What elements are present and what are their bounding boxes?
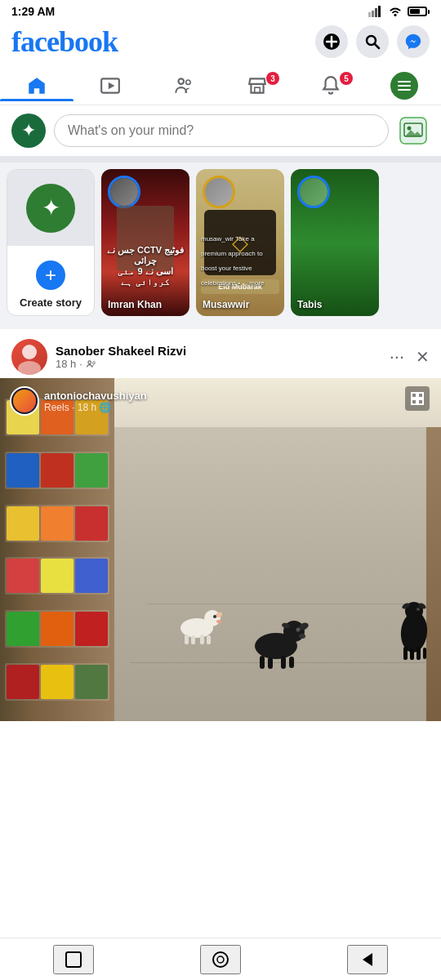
reel-source: Reels: [44, 402, 69, 413]
watch-icon: [100, 75, 121, 96]
post-time: 18 h: [56, 358, 76, 370]
menu-lines: [398, 81, 411, 91]
svg-rect-46: [416, 647, 421, 660]
store-scene: antoniochavushiyan Reels · 18 h 🌐: [0, 378, 441, 721]
svg-point-22: [92, 361, 95, 363]
svg-rect-47: [423, 648, 426, 659]
story-plus-button[interactable]: +: [36, 261, 65, 290]
status-time: 1:29 AM: [11, 5, 55, 18]
ceiling: [114, 378, 441, 427]
svg-rect-36: [281, 656, 286, 669]
tab-marketplace[interactable]: 3: [220, 69, 294, 101]
messenger-button[interactable]: [397, 25, 430, 58]
post-more-options-button[interactable]: ···: [390, 346, 404, 368]
friends-icon: [173, 75, 194, 96]
post-header-left: Sanober Shakeel Rizvi 18 h ·: [11, 339, 186, 375]
nav-back-button[interactable]: [347, 945, 388, 974]
composer-avatar: ✦: [11, 114, 46, 148]
tab-menu[interactable]: [368, 65, 441, 105]
post-meta: Sanober Shakeel Rizvi 18 h ·: [56, 344, 186, 370]
section-separator: [0, 323, 441, 329]
post-close-button[interactable]: ✕: [416, 347, 430, 367]
tab-notifications[interactable]: 5: [294, 69, 368, 101]
product-10: [7, 559, 39, 593]
post-header: Sanober Shakeel Rizvi 18 h · ··· ✕: [0, 329, 441, 378]
svg-point-4: [394, 14, 396, 16]
header-actions: [315, 25, 430, 58]
wifi-icon: [388, 6, 403, 17]
nav-home-button[interactable]: [200, 945, 241, 974]
svg-point-19: [22, 345, 37, 359]
header: facebook: [0, 21, 441, 65]
svg-point-56: [213, 952, 228, 967]
svg-rect-52: [418, 393, 423, 398]
product-4: [7, 453, 39, 488]
tab-home[interactable]: [0, 69, 74, 101]
reel-info: antoniochavushiyan Reels · 18 h 🌐: [44, 390, 147, 413]
story-create-card[interactable]: ✦ + Create story: [7, 169, 95, 316]
reel-time-sep: ·: [72, 402, 78, 413]
expand-icon: [410, 391, 425, 406]
svg-rect-54: [412, 399, 416, 404]
svg-marker-58: [363, 953, 372, 966]
svg-point-17: [408, 127, 412, 131]
marketplace-badge: 3: [266, 72, 279, 85]
svg-rect-2: [375, 8, 377, 17]
svg-point-12: [179, 78, 185, 84]
far-shelf: [426, 427, 441, 721]
tab-friends[interactable]: [147, 69, 220, 101]
svg-marker-11: [109, 82, 115, 90]
post-time-row: 18 h ·: [56, 358, 186, 370]
reel-username: antoniochavushiyan: [44, 390, 147, 402]
svg-point-57: [217, 956, 224, 963]
svg-point-41: [299, 634, 305, 639]
composer-avatar-star: ✦: [21, 120, 36, 141]
post-author-name: Sanober Shakeel Rizvi: [56, 344, 186, 358]
status-bar: 1:29 AM: [0, 0, 441, 21]
notifications-icon: [320, 75, 341, 96]
svg-point-13: [186, 80, 190, 84]
instagram-link-button[interactable]: [405, 386, 430, 411]
svg-rect-27: [200, 635, 204, 644]
tab-watch[interactable]: [74, 69, 147, 101]
musawwir-story-desc: musaw_wir Take a premium approach to boo…: [201, 229, 279, 288]
square-icon: [64, 950, 83, 969]
svg-rect-26: [191, 635, 195, 644]
goat-white: [172, 602, 222, 648]
shelf-row-5: [5, 610, 109, 648]
story-imran-khan[interactable]: جس نے CCTV فوٹیج چرائیاسی نے 9 مئی کروائ…: [101, 169, 189, 316]
product-18: [75, 665, 108, 699]
product-12: [75, 559, 108, 593]
reel-label-row: antoniochavushiyan Reels · 18 h 🌐: [10, 386, 147, 416]
svg-rect-28: [207, 635, 211, 644]
svg-point-20: [18, 361, 41, 375]
avatar-person-icon: [11, 339, 47, 375]
story-musawwir[interactable]: ◇ Eid Mubarak musaw_wir Take a premium a…: [196, 169, 284, 316]
search-button[interactable]: [356, 25, 389, 58]
friends-audience-icon: [86, 359, 97, 370]
whats-on-mind-input[interactable]: [54, 114, 389, 147]
svg-rect-51: [412, 393, 416, 398]
corridor-area: [114, 427, 441, 721]
add-button[interactable]: [315, 25, 348, 58]
post-author-avatar[interactable]: [11, 339, 47, 375]
shelf-row-2: [5, 452, 109, 489]
svg-rect-35: [268, 657, 273, 669]
svg-rect-55: [66, 952, 81, 967]
goat-black-large: [245, 612, 310, 672]
tabis-story-name: Tabis: [297, 296, 322, 311]
circle-icon: [211, 950, 230, 969]
nav-square-button[interactable]: [53, 945, 94, 974]
reel-time: 18 h: [78, 402, 96, 413]
story-tabis[interactable]: Tabis: [291, 169, 379, 316]
home-icon: [26, 75, 47, 96]
product-16: [7, 665, 39, 699]
marketplace-icon: [247, 75, 268, 96]
imran-story-text: جس نے CCTV فوٹیج چرائیاسی نے 9 مئی کروائ…: [106, 245, 185, 287]
shelf-row-6: [5, 663, 109, 701]
svg-point-31: [216, 620, 221, 623]
post-video-container[interactable]: antoniochavushiyan Reels · 18 h 🌐: [0, 378, 441, 721]
search-icon: [364, 33, 381, 50]
photo-video-button[interactable]: [397, 114, 430, 147]
svg-rect-3: [378, 6, 381, 17]
